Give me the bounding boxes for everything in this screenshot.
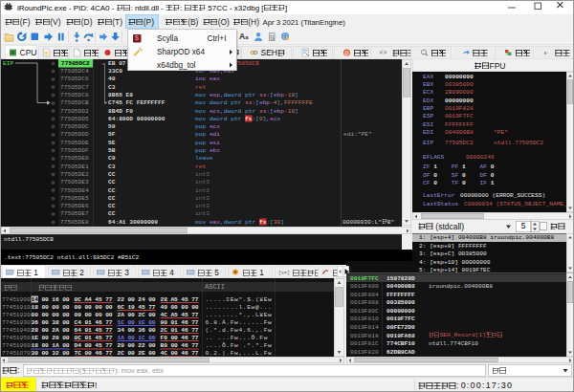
svg-text:<>: <> [380, 50, 387, 56]
svg-text:ε·: ε· [544, 50, 549, 55]
svg-text:[x=]: [x=] [278, 271, 290, 276]
svg-text:@: @ [344, 50, 350, 55]
